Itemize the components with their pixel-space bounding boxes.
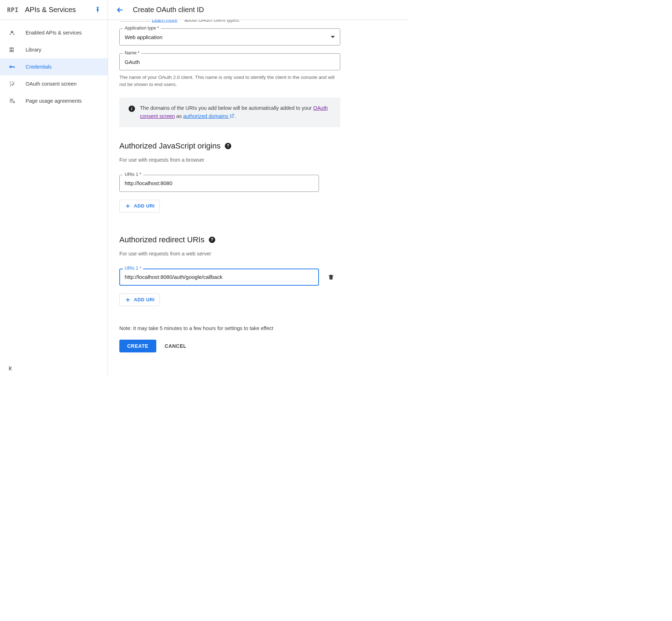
enabled-apis-icon: [9, 29, 16, 36]
plus-icon: [125, 203, 131, 209]
svg-rect-7: [14, 66, 15, 68]
svg-point-9: [10, 82, 11, 83]
pin-icon[interactable]: [94, 6, 101, 14]
svg-rect-16: [10, 100, 13, 101]
sidebar: Enabled APIs & services Library Credenti…: [0, 20, 108, 377]
page-title: Create OAuth client ID: [133, 6, 204, 14]
authorized-domains-link[interactable]: authorized domains: [183, 113, 235, 119]
chevron-down-icon: [331, 36, 335, 38]
svg-rect-17: [10, 102, 12, 103]
collapse-sidebar-icon[interactable]: [8, 365, 14, 373]
svg-rect-15: [10, 99, 13, 99]
plus-icon: [125, 297, 131, 303]
create-button[interactable]: CREATE: [119, 340, 156, 352]
settings-delay-note: Note: It may take 5 minutes to a few hou…: [119, 325, 340, 331]
learn-more-link[interactable]: Learn more: [152, 20, 178, 23]
sidebar-item-agreements[interactable]: Page usage agreements: [0, 92, 108, 109]
sidebar-item-label: Enabled APIs & services: [26, 30, 82, 36]
info-banner: i The domains of the URIs you add below …: [119, 98, 340, 127]
sidebar-item-oauth-consent[interactable]: OAuth consent screen: [0, 75, 108, 92]
svg-point-5: [10, 66, 11, 68]
svg-point-11: [13, 82, 15, 83]
redirect-uris-desc: For use with requests from a web server: [119, 251, 340, 256]
info-icon: i: [129, 106, 135, 112]
consent-icon: [9, 80, 16, 87]
agreements-icon: [9, 97, 16, 104]
sidebar-item-library[interactable]: Library: [0, 41, 108, 58]
back-arrow-icon[interactable]: [116, 6, 124, 14]
origin-uri-label: URIs 1 *: [123, 172, 143, 177]
add-redirect-uri-button[interactable]: Add URI: [119, 293, 160, 306]
name-helper: The name of your OAuth 2.0 client. This …: [119, 74, 340, 88]
redirect-uris-title: Authorized redirect URIs: [119, 235, 205, 244]
api-logo: RPI: [7, 6, 18, 14]
svg-point-18: [13, 101, 15, 103]
sidebar-item-credentials[interactable]: Credentials: [0, 58, 108, 75]
js-origins-desc: For use with requests from a browser: [119, 157, 340, 163]
cancel-button[interactable]: CANCEL: [165, 343, 186, 349]
name-label: Name *: [123, 50, 141, 55]
name-input[interactable]: [119, 53, 340, 70]
redirect-uri-label: URIs 1 *: [123, 266, 143, 271]
sidebar-item-label: OAuth consent screen: [26, 81, 76, 87]
add-origin-uri-button[interactable]: Add URI: [119, 200, 160, 212]
library-icon: [9, 46, 16, 53]
svg-rect-8: [13, 66, 13, 68]
js-origins-title: Authorized JavaScript origins: [119, 141, 221, 151]
help-icon[interactable]: ?: [225, 143, 231, 149]
svg-point-10: [12, 82, 13, 83]
delete-uri-icon[interactable]: [327, 274, 335, 281]
sidebar-item-label: Credentials: [26, 64, 52, 70]
svg-rect-3: [10, 49, 13, 50]
application-type-select[interactable]: Web application: [119, 28, 340, 45]
help-text-partial: ………………. Learn more about OAuth client ty…: [119, 20, 340, 23]
svg-point-12: [10, 83, 11, 85]
product-title: APIs & Services: [25, 6, 88, 14]
origin-uri-input[interactable]: [119, 175, 319, 192]
redirect-uri-input[interactable]: [119, 269, 319, 286]
sidebar-item-label: Page usage agreements: [26, 98, 82, 104]
help-icon[interactable]: ?: [209, 237, 215, 243]
credentials-icon: [9, 63, 16, 70]
sidebar-item-enabled-apis[interactable]: Enabled APIs & services: [0, 24, 108, 41]
sidebar-item-label: Library: [26, 47, 41, 53]
application-type-value: Web application: [125, 34, 162, 40]
application-type-label: Application type *: [123, 26, 161, 31]
svg-point-14: [10, 85, 11, 86]
